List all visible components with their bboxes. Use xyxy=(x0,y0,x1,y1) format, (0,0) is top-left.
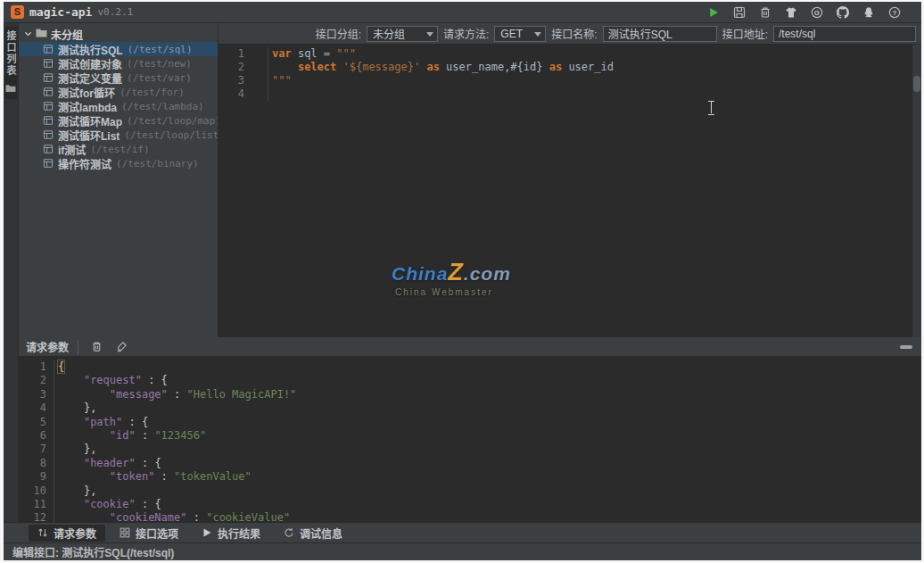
code-line: 4 xyxy=(219,87,921,101)
help-icon[interactable]: ? xyxy=(887,5,902,20)
folder-icon xyxy=(5,80,16,96)
line-number: 3 xyxy=(19,388,54,402)
tree-item[interactable]: 测试循环Map(/test/loop/map) xyxy=(19,113,218,128)
tree-item[interactable]: 操作符测试(/test/binary) xyxy=(19,156,218,170)
code-line: 7 }, xyxy=(19,443,921,456)
api-list-tool-button[interactable]: 接口列表 xyxy=(4,27,17,99)
group-select[interactable]: 未分组 xyxy=(367,26,438,42)
tab-label: 执行结果 xyxy=(218,526,260,541)
format-json-icon[interactable] xyxy=(114,340,128,354)
app-version: v0.2.1 xyxy=(97,6,133,18)
code-line: 3 "message" : "Hello MagicAPI!" xyxy=(19,388,921,402)
script-editor[interactable]: 1var sql = """2 select '${message}' as u… xyxy=(219,45,921,337)
text-cursor xyxy=(707,100,715,114)
code-line: 11 "cookie" : { xyxy=(19,498,921,511)
line-number: 10 xyxy=(19,484,54,498)
tree-item[interactable]: 测试定义变量(/test/var) xyxy=(19,70,218,85)
theme-skin-icon[interactable] xyxy=(784,5,798,20)
code-line: 9 "token" : "tokenValue" xyxy=(19,470,921,484)
code-line: 4 }, xyxy=(19,402,921,415)
chevron-down-icon xyxy=(534,32,541,37)
api-item-icon xyxy=(43,115,54,126)
api-url-input[interactable] xyxy=(773,26,916,42)
api-item-label: 测试执行SQL xyxy=(58,42,123,57)
code-line: 2 select '${message}' as user_name,#{id}… xyxy=(219,61,921,74)
line-number: 1 xyxy=(219,47,268,61)
name-field-label: 接口名称: xyxy=(551,26,597,41)
tab-debug-info[interactable]: 调试信息 xyxy=(275,525,351,542)
debug-info-icon xyxy=(284,527,294,538)
line-number: 9 xyxy=(19,470,54,484)
tree-group-label: 未分组 xyxy=(51,27,83,42)
api-item-path: (/test/var) xyxy=(127,72,192,84)
request-params-editor[interactable]: 1{2 "request" : {3 "message" : "Hello Ma… xyxy=(19,358,921,522)
save-icon[interactable] xyxy=(732,5,747,20)
api-item-path: (/test/loop/list) xyxy=(124,129,219,141)
run-result-icon xyxy=(202,527,212,538)
line-number: 4 xyxy=(219,87,268,101)
api-form-toolbar: 接口分组: 未分组 请求方法: GET 接口名称: 接口地址: xyxy=(219,23,921,45)
tool-window-strip: 接口列表 xyxy=(4,23,19,522)
tree-item[interactable]: if测试(/test/if) xyxy=(19,142,218,156)
line-number: 8 xyxy=(19,457,54,470)
api-item-path: (/test/for) xyxy=(120,87,185,98)
tab-request-params[interactable]: 请求参数 xyxy=(29,525,105,542)
delete-icon[interactable] xyxy=(758,5,772,20)
api-item-label: 测试lambda xyxy=(58,99,117,114)
api-name-input[interactable] xyxy=(603,26,717,42)
status-bar: 编辑接口: 测试执行SQL(/test/sql) xyxy=(4,542,921,560)
qq-icon[interactable] xyxy=(862,5,876,20)
collapse-panel-button[interactable] xyxy=(900,343,914,352)
editor-scrollbar[interactable] xyxy=(912,45,921,337)
line-number: 12 xyxy=(19,511,54,522)
api-item-path: (/test/sql) xyxy=(128,44,193,55)
line-number: 6 xyxy=(19,429,54,443)
tree-group-ungrouped[interactable]: 未分组 xyxy=(19,26,218,42)
title-bar: S magic-api v0.2.1 G? xyxy=(4,2,921,23)
api-list-tab-label: 接口列表 xyxy=(4,30,18,77)
page-background: S magic-api v0.2.1 G? 接口列表 xyxy=(0,0,924,563)
github-icon[interactable] xyxy=(836,5,850,20)
line-number: 1 xyxy=(19,360,54,374)
line-number: 3 xyxy=(219,74,268,87)
tab-label: 请求参数 xyxy=(54,526,96,541)
app-title: magic-api xyxy=(29,5,92,19)
api-item-icon xyxy=(43,58,54,69)
chinaz-watermark: ChinaZ.com China Webmaster xyxy=(392,259,511,297)
line-number: 2 xyxy=(219,61,268,74)
line-number: 4 xyxy=(19,402,54,415)
group-select-value: 未分组 xyxy=(373,26,405,41)
api-item-label: 测试循环Map xyxy=(58,113,122,128)
code-line: 8 "header" : { xyxy=(19,457,921,470)
api-item-icon xyxy=(43,129,54,140)
api-item-path: (/test/if) xyxy=(90,144,149,155)
api-item-icon xyxy=(43,44,54,54)
scrollbar-thumb[interactable] xyxy=(913,76,920,92)
line-number: 5 xyxy=(19,416,54,429)
tree-item[interactable]: 测试for循环(/test/for) xyxy=(19,85,218,99)
tree-item[interactable]: 测试执行SQL(/test/sql) xyxy=(19,42,218,56)
api-item-label: if测试 xyxy=(58,142,86,157)
api-item-label: 测试for循环 xyxy=(58,85,115,100)
tab-run-result[interactable]: 执行结果 xyxy=(193,525,269,542)
request-params-icon xyxy=(37,527,48,538)
code-line: 1var sql = """ xyxy=(219,47,921,61)
run-icon[interactable] xyxy=(706,5,721,20)
tab-label: 调试信息 xyxy=(300,526,342,541)
tree-item[interactable]: 测试lambda(/test/lambda) xyxy=(19,99,218,113)
line-number: 7 xyxy=(19,443,54,456)
magic-api-app: S magic-api v0.2.1 G? 接口列表 xyxy=(4,2,921,560)
tab-api-options[interactable]: 接口选项 xyxy=(111,525,187,542)
chevron-down-icon xyxy=(426,32,433,37)
tree-item[interactable]: 测试创建对象(/test/new) xyxy=(19,56,218,70)
method-select[interactable]: GET xyxy=(494,26,546,42)
tree-item[interactable]: 测试循环List(/test/loop/list) xyxy=(19,128,218,142)
clear-params-trash-icon[interactable] xyxy=(89,340,103,354)
code-line: 2 "request" : { xyxy=(19,374,921,387)
code-line: 10 }, xyxy=(19,484,921,498)
code-line: 3""" xyxy=(219,74,921,87)
line-number: 2 xyxy=(19,374,54,387)
api-item-icon xyxy=(43,144,54,154)
gitee-icon[interactable]: G xyxy=(810,5,824,20)
api-item-path: (/test/lambda) xyxy=(121,101,204,112)
